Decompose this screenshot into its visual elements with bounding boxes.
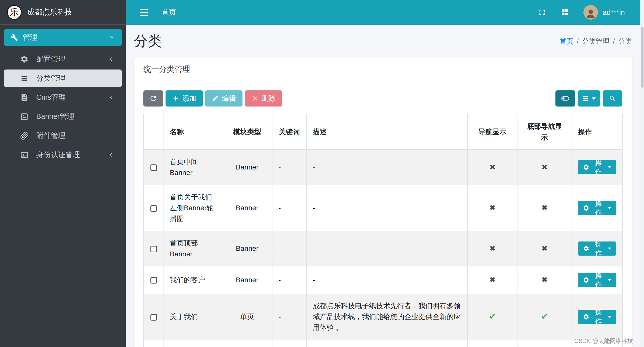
columns-button[interactable] [578, 90, 600, 107]
gear-icon [583, 245, 589, 252]
cell-module: 单页 [222, 294, 272, 340]
sidebar-item-config[interactable]: 配置管理 [4, 50, 122, 68]
avatar[interactable] [583, 5, 598, 20]
plus-icon [172, 95, 179, 102]
cell-action: 操作 [572, 294, 623, 340]
cell-select [144, 150, 164, 185]
cell-desc: - [307, 266, 468, 294]
sidebar-item-category[interactable]: 分类管理 [4, 70, 122, 87]
row-action-button[interactable]: 操作 [578, 310, 616, 324]
topbar-home-link[interactable]: 首页 [162, 7, 176, 17]
edit-button[interactable]: 编辑 [205, 90, 243, 107]
table-toolbar: 添加 编辑 删除 [143, 90, 622, 107]
row-action-button[interactable]: 操作 [578, 201, 616, 215]
sidebar-item-label: Cms管理 [36, 92, 66, 102]
delete-button-label: 删除 [262, 94, 276, 103]
edit-button-label: 编辑 [222, 94, 236, 103]
sidebar-item-cms[interactable]: Cms管理 [4, 89, 122, 106]
check-icon: ✔ [489, 310, 496, 323]
breadcrumb-separator: / [577, 38, 579, 45]
main-content: 分类 首页 / 分类管理 / 分类 统一分类管理 添加 编辑 删除 [126, 0, 640, 347]
cell-select [144, 231, 164, 266]
col-header-nav: 导航显示 [468, 114, 517, 150]
row-action-button[interactable]: 操作 [578, 241, 616, 256]
row-action-label: 操作 [592, 158, 605, 176]
category-table: 名称 模块类型 关键词 描述 导航显示 底部导航显示 操作 首页中间Banner… [143, 114, 623, 347]
row-action-label: 操作 [592, 271, 605, 289]
cell-footer-nav-display: ✖ [517, 185, 572, 231]
sidebar-item-label: 身份认证管理 [36, 150, 80, 160]
caret-down-icon [608, 248, 611, 250]
refresh-button[interactable] [143, 90, 163, 107]
brand-name: 成都点乐科技 [27, 7, 72, 17]
cell-nav-display: ✖ [468, 150, 517, 185]
cell-action: 操作 [572, 150, 623, 185]
cell-keyword: - [272, 231, 307, 266]
menu-toggle-button[interactable] [140, 9, 148, 16]
caret-down-icon [608, 207, 611, 209]
add-button-label: 添加 [182, 94, 196, 103]
row-action-button[interactable]: 操作 [578, 273, 616, 287]
page-title: 分类 [134, 32, 162, 51]
cell-nav-display: ✖ [468, 185, 517, 231]
x-icon: ✖ [489, 274, 496, 286]
x-icon: ✖ [489, 161, 496, 173]
row-checkbox[interactable] [150, 164, 157, 171]
chevron-down-icon [108, 34, 115, 41]
username[interactable]: ad***in [602, 8, 625, 17]
table-row: 关于我们 单页 - 成都点乐科技电子纸技术先行者，我们拥有多领域产品技术线，我们… [144, 294, 623, 340]
delete-button[interactable]: 删除 [245, 90, 282, 107]
image-icon [20, 112, 29, 121]
gear-icon [583, 277, 589, 283]
gear-icon [583, 205, 589, 211]
row-checkbox[interactable] [150, 314, 157, 321]
cell-keyword: - [272, 266, 307, 294]
scrollbar-thumb[interactable] [641, 27, 643, 88]
page-header: 分类 首页 / 分类管理 / 分类 [126, 25, 640, 57]
gear-icon [20, 55, 29, 63]
cell-desc: 成都点乐科技电子纸技术先行者，我们拥有多领域产品技术线，我们能给您的企业提供全新… [307, 294, 468, 340]
sidebar-item-banner[interactable]: Banner管理 [4, 108, 122, 125]
brand-logo-char: 乐 [10, 6, 19, 18]
row-checkbox[interactable] [150, 246, 157, 252]
edit-icon [212, 95, 219, 102]
breadcrumb-home-link[interactable]: 首页 [560, 37, 573, 46]
toggle-view-button[interactable] [555, 90, 575, 107]
sidebar-item-label: 配置管理 [36, 54, 65, 64]
add-button[interactable]: 添加 [166, 90, 203, 107]
sidebar: 乐 成都点乐科技 管理 配置管理 分类管理 Cms管理 Banner管理 附件管… [0, 0, 126, 347]
cell-desc: 我们拥有自主研发技术，可量身定制在诸多领域的电子纸技术应用，为企业提供优质实效的 [307, 340, 468, 347]
grid-icon[interactable] [560, 8, 569, 17]
table-header-row: 名称 模块类型 关键词 描述 导航显示 底部导航显示 操作 [144, 114, 623, 150]
table-row: 产品服务 单页 我们拥有自主研发技术，可量身定制在诸多领域的电子纸技术应用，为企… [144, 340, 623, 347]
cell-nav-display: ✖ [468, 266, 517, 294]
search-button[interactable] [603, 90, 622, 107]
breadcrumb-parent: 分类管理 [582, 37, 609, 46]
x-icon: ✖ [541, 243, 548, 255]
cell-nav-display: ✔ [468, 340, 517, 347]
sidebar-item-auth[interactable]: 身份认证管理 [4, 146, 122, 164]
cell-select [144, 294, 164, 340]
caret-down-icon [592, 97, 596, 100]
search-icon [609, 95, 616, 102]
sidebar-item-label: Banner管理 [36, 112, 74, 122]
brand[interactable]: 乐 成都点乐科技 [0, 0, 126, 25]
scrollbar[interactable] [640, 0, 644, 347]
row-checkbox[interactable] [150, 205, 157, 212]
row-action-button[interactable]: 操作 [578, 160, 616, 174]
col-header-footer-nav: 底部导航显示 [517, 114, 572, 150]
cell-desc: - [307, 150, 468, 185]
table-row: 首页中间Banner Banner - - ✖ ✖ 操作 [144, 150, 623, 185]
cell-module: Banner [222, 231, 272, 266]
sidebar-item-attachment[interactable]: 附件管理 [4, 127, 122, 145]
chevron-left-icon [108, 56, 115, 62]
cell-footer-nav-display: ✔ [517, 294, 572, 340]
fullscreen-icon[interactable] [538, 8, 547, 17]
cell-name: 关于我们 [164, 294, 222, 340]
row-checkbox[interactable] [150, 277, 157, 284]
manage-button[interactable]: 管理 [4, 29, 122, 46]
manage-button-label: 管理 [23, 32, 37, 43]
col-header-keyword: 关键词 [272, 114, 307, 150]
cell-select [144, 266, 164, 294]
sidebar-menu: 配置管理 分类管理 Cms管理 Banner管理 附件管理 身份认证管理 [0, 49, 126, 165]
